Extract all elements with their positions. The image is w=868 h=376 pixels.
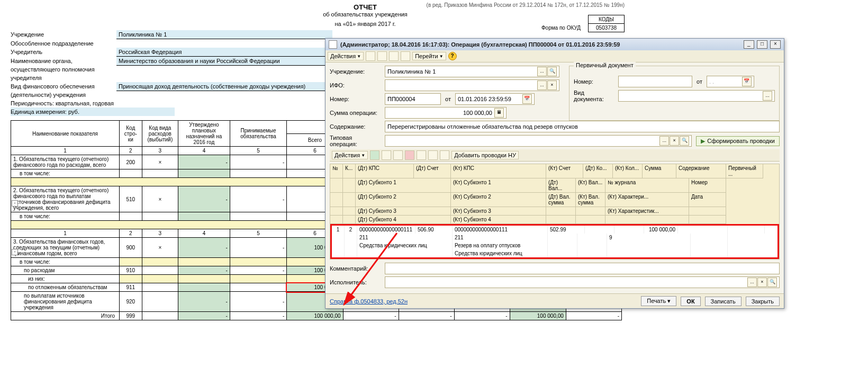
primary-doc-group: Первичный документ Номер:от. .📅 Вид доку… — [569, 66, 780, 121]
grid-header: №К...(Дт) КПС(Дт) Счет(Кт) КПС(Кт) Счет(… — [330, 164, 779, 178]
close-dialog-button[interactable]: Закрыть — [746, 297, 780, 306]
delete-icon[interactable] — [405, 150, 414, 160]
report-subtitle: об обязательствах учреждения — [212, 11, 519, 17]
label-comment: Комментарий: — [330, 265, 381, 272]
refresh-icon[interactable] — [440, 150, 449, 160]
add-icon[interactable] — [370, 150, 379, 160]
calendar-icon[interactable]: 📅 — [522, 94, 532, 104]
toolbar-icon[interactable] — [389, 51, 399, 61]
minimize-button[interactable]: _ — [744, 40, 754, 49]
select-button[interactable]: ... — [537, 67, 547, 76]
content-input[interactable]: Перерегистрированы отложенные обязательс… — [385, 121, 780, 132]
col-name: Наименование показателя — [11, 121, 120, 147]
primary-doc-legend: Первичный документ — [574, 62, 636, 68]
print-button[interactable]: Печать ▾ — [641, 296, 676, 306]
col-approved: Утверждено плановых назначений на 2016 г… — [178, 121, 230, 147]
label-content: Содержание: — [330, 123, 381, 130]
sum-input[interactable]: 100 000,00🖩 — [385, 107, 507, 119]
dialog-toolbar: Действия▼ Перейти▼ ? — [326, 50, 784, 62]
dialog-title: (Администратор; 18.04.2016 16:17:03): Оп… — [340, 41, 743, 48]
clear-button[interactable]: × — [670, 136, 679, 146]
label-founder: Учредитель — [11, 48, 116, 56]
label-typical: Типовая операция: — [330, 135, 381, 147]
copy-icon[interactable] — [382, 150, 391, 160]
executor-input[interactable]: ...×🔍 — [385, 276, 780, 288]
dialog-footer: Справка ф.0504833, ред.52н Печать ▾ ОК З… — [326, 293, 784, 308]
lookup-icon[interactable]: 🔍 — [547, 67, 557, 76]
generate-postings-button[interactable]: ▶Сформировать проводки — [696, 136, 780, 146]
toolbar-icon[interactable] — [401, 51, 410, 61]
goto-menu[interactable]: Перейти▼ — [412, 52, 446, 60]
label-institution: Учреждение — [11, 30, 116, 39]
move-down-icon[interactable] — [428, 150, 438, 160]
table-row-total[interactable]: Итого999--100 000,00---100 000,00- — [11, 312, 622, 320]
clear-button[interactable]: × — [757, 277, 767, 287]
add-nu-postings-button[interactable]: Добавить проводки НУ — [451, 151, 519, 159]
col-code: Код стро-ки — [120, 121, 142, 147]
actions-menu[interactable]: Действия▼ — [332, 151, 368, 159]
calculator-icon[interactable]: 🖩 — [494, 108, 504, 118]
actions-menu[interactable]: Действия▼ — [328, 52, 364, 60]
select-button[interactable]: ... — [537, 80, 547, 90]
lookup-icon[interactable]: 🔍 — [680, 136, 689, 146]
app-icon — [329, 40, 337, 49]
calendar-icon[interactable]: 📅 — [742, 77, 752, 86]
okud-code: 0503738 — [589, 24, 625, 32]
operation-dialog: (Администратор; 18.04.2016 16:17:03): Оп… — [325, 38, 784, 309]
value-authority[interactable]: Министерство образования и науки Российс… — [116, 57, 332, 66]
highlighted-posting-row: 12000000000000000111506.9000000000000000… — [330, 224, 779, 259]
label-unit: Единица измерения: руб. — [11, 108, 175, 116]
close-button[interactable]: × — [770, 40, 781, 49]
date-input[interactable]: 01.01.2016 23:59:59📅 — [455, 93, 535, 105]
select-button[interactable]: ... — [763, 91, 772, 101]
institution-input[interactable]: Поликлиника № 1...🔍 — [385, 66, 559, 77]
label-num: Номер: — [330, 96, 381, 102]
posting-row[interactable]: 12000000000000000111506.9000000000000000… — [332, 226, 777, 234]
value-fintype[interactable]: Приносящая доход деятельность (собственн… — [116, 82, 332, 91]
clear-button[interactable]: × — [547, 80, 557, 90]
maximize-button[interactable]: □ — [757, 40, 767, 49]
select-button[interactable]: ... — [659, 136, 669, 146]
label-subdivision: Обособленное подразделение — [11, 39, 116, 48]
edit-icon[interactable] — [393, 150, 403, 160]
label-fintype: Вид финансового обеспечения (деятельност… — [11, 82, 116, 99]
codes-box: КОДЫ Форма по ОКУД0503738 — [534, 15, 625, 32]
codes-header: КОДЫ — [589, 15, 625, 24]
move-up-icon[interactable] — [417, 150, 426, 160]
value-founder[interactable]: Российская Федерация — [116, 48, 332, 57]
label-executor: Исполнитель: — [330, 279, 381, 285]
tree-collapse-icon[interactable]: - — [12, 200, 18, 207]
grid-toolbar: Действия▼ Добавить проводки НУ — [330, 149, 780, 162]
tree-collapse-icon[interactable]: - — [12, 249, 18, 255]
select-button[interactable]: ... — [747, 277, 757, 287]
reference-link[interactable]: Справка ф.0504833, ред.52н — [330, 298, 408, 305]
label-authority: Наименование органа, осуществляющего пол… — [11, 57, 116, 82]
dialog-titlebar[interactable]: (Администратор; 18.04.2016 16:17:03): Оп… — [326, 39, 784, 50]
primary-num-input[interactable] — [618, 76, 692, 87]
okud-label: Форма по ОКУД — [534, 24, 589, 32]
value-institution[interactable]: Поликлиника № 1 — [116, 30, 332, 39]
regulation-note: (в ред. Приказов Минфина России от 29.12… — [413, 2, 625, 8]
ok-button[interactable]: ОК — [681, 297, 700, 306]
col-kind: Код вида расходов (выбытий) — [142, 121, 178, 147]
toolbar-icon[interactable] — [366, 51, 375, 61]
label-sum: Сумма операции: — [330, 110, 381, 116]
label-period: Периодичность: квартальная, годовая — [11, 99, 127, 108]
label-inst: Учреждение: — [330, 68, 381, 75]
typical-input[interactable]: ...×🔍 — [385, 135, 692, 147]
help-icon[interactable]: ? — [448, 52, 457, 60]
comment-input[interactable] — [385, 263, 780, 274]
toolbar-icon[interactable] — [377, 51, 387, 61]
ifo-input[interactable]: ...× — [385, 79, 559, 91]
primary-date-input[interactable]: . .📅 — [707, 76, 754, 87]
label-ifo: ИФО: — [330, 82, 381, 88]
postings-grid[interactable]: №К...(Дт) КПС(Дт) Счет(Кт) КПС(Кт) Счет(… — [330, 164, 780, 259]
save-button[interactable]: Записать — [705, 297, 742, 306]
doctype-input[interactable]: ... — [618, 90, 775, 102]
number-input[interactable]: ПП000004 — [385, 93, 441, 105]
lookup-icon[interactable]: 🔍 — [767, 277, 777, 287]
as-of-date: на «01» января 2017 г. — [212, 21, 519, 27]
col-accepted: Принимаемые обязательства — [230, 121, 287, 147]
